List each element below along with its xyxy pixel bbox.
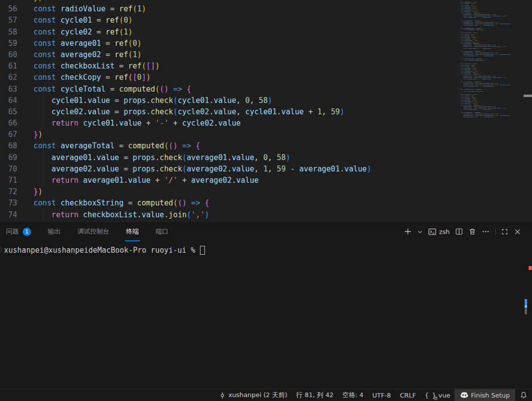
notifications-bell[interactable] (515, 389, 532, 401)
tab-terminal[interactable]: 终端 (125, 222, 140, 241)
close-icon (514, 228, 521, 235)
line-number: 56 (0, 3, 17, 15)
terminal-instance-item[interactable]: zsh (428, 228, 450, 236)
code-line[interactable]: 73const checkboxString = computed(() => … (0, 198, 532, 209)
plus-icon (404, 228, 412, 235)
code-line[interactable]: 71 return average01.value + '/' + averag… (0, 175, 532, 186)
line-number: 74 (0, 209, 17, 221)
line-number: 64 (0, 95, 17, 106)
indent-guide (43, 95, 43, 106)
code-line[interactable]: 66 return cycle01.value + '-' + cycle02.… (0, 118, 532, 129)
shell-name: zsh (439, 228, 450, 235)
line-number: 68 (0, 140, 17, 152)
line-number: 62 (0, 72, 17, 83)
code-lines[interactable]: 55})56const radioValue = ref(1)57const c… (0, 0, 532, 221)
cursor-position-label: 行 81, 列 42 (296, 391, 333, 400)
terminal-icon (428, 228, 436, 236)
code-line[interactable]: 68const averageTotal = computed(() => { (0, 140, 532, 152)
code-line[interactable]: 55}) (0, 0, 532, 3)
indentation-item[interactable]: 空格: 4 (338, 389, 368, 401)
minimap[interactable]: })const radioValue = ref(1)const cycle01… (461, 0, 527, 118)
encoding-item[interactable]: UTF-8 (368, 389, 396, 401)
tab-problems[interactable]: 问题 1 (5, 222, 32, 241)
code-line[interactable]: 59const average01 = ref(0) (0, 38, 532, 49)
language-mode-item[interactable]: { } vue (421, 389, 455, 401)
line-number: 70 (0, 164, 17, 175)
line-number: 63 (0, 84, 17, 95)
code-line[interactable]: 58const cycle02 = ref(1) (0, 27, 532, 38)
tab-ports-label: 端口 (156, 227, 168, 236)
git-blame-label: xushanpei (2 天前) (229, 391, 288, 400)
git-blame-item[interactable]: xushanpei (2 天前) (214, 389, 292, 401)
encoding-label: UTF-8 (372, 392, 391, 399)
line-number: 69 (0, 152, 17, 164)
terminal-cursor (200, 246, 205, 255)
indent-guide (43, 106, 43, 118)
tab-problems-label: 问题 (6, 227, 19, 236)
line-number: 60 (0, 49, 17, 61)
maximize-panel-button[interactable] (501, 228, 508, 235)
tab-terminal-label: 终端 (126, 227, 139, 236)
code-line[interactable]: 64 cycle01.value = props.check(cycle01.v… (0, 95, 532, 106)
finish-setup-item[interactable]: Finish Setup (455, 389, 515, 401)
panel-actions: zsh (404, 228, 532, 236)
code-line[interactable]: 72}) (0, 186, 532, 198)
braces-icon: { } (425, 392, 436, 399)
tab-ports[interactable]: 端口 (155, 222, 169, 241)
ellipsis-icon (482, 228, 490, 235)
bottom-panel: 问题 1 输出 调试控制台 终端 端口 (0, 221, 532, 389)
language-status-badge (434, 397, 437, 400)
code-line[interactable]: 57const cycle01 = ref(0) (0, 15, 532, 26)
terminal-prompt: xushanpei@xushanpeideMacBook-Pro ruoyi-u… (4, 245, 200, 255)
code-line[interactable]: 61const checkboxList = ref([]) (0, 61, 532, 72)
terminal-view[interactable]: xushanpei@xushanpeideMacBook-Pro ruoyi-u… (0, 241, 532, 388)
terminal-scrollbar-command-marker[interactable] (525, 299, 527, 305)
trash-icon (468, 228, 476, 235)
line-number: 71 (0, 175, 17, 186)
new-terminal-button[interactable] (404, 228, 412, 235)
tab-debug-console[interactable]: 调试控制台 (76, 222, 110, 241)
code-line[interactable]: 74 return checkboxList.value.join(',') (0, 209, 532, 221)
git-commit-icon (219, 392, 226, 399)
tab-output-label: 输出 (48, 227, 61, 236)
terminal-scrollbar-command-marker-2[interactable] (525, 305, 527, 308)
code-line[interactable]: 56const radioValue = ref(1) (0, 3, 532, 15)
overview-ruler-marker (524, 95, 532, 97)
line-number: 61 (0, 61, 17, 72)
line-number: 66 (0, 118, 17, 129)
cursor-position-item[interactable]: 行 81, 列 42 (292, 389, 338, 401)
panel-more-actions-button[interactable] (482, 228, 490, 235)
indent-guide (43, 164, 43, 175)
status-bar-right: xushanpei (2 天前) 行 81, 列 42 空格: 4 UTF-8 … (214, 389, 532, 401)
terminal-profile-dropdown[interactable] (417, 229, 423, 234)
status-bar: xushanpei (2 天前) 行 81, 列 42 空格: 4 UTF-8 … (0, 389, 532, 401)
tab-debug-console-label: 调试控制台 (77, 227, 109, 236)
code-line[interactable]: 67}) (0, 129, 532, 140)
panel-header: 问题 1 输出 调试控制台 终端 端口 (0, 222, 532, 241)
code-line[interactable]: 63const cycleTotal = computed(() => { (0, 84, 532, 95)
code-editor[interactable]: 55})56const radioValue = ref(1)57const c… (0, 0, 532, 221)
tab-output[interactable]: 输出 (47, 222, 62, 241)
eol-item[interactable]: CRLF (396, 389, 421, 401)
indentation-label: 空格: 4 (342, 391, 364, 400)
kill-terminal-button[interactable] (468, 228, 476, 235)
copilot-icon (460, 391, 468, 400)
line-number: 67 (0, 129, 17, 140)
split-terminal-button[interactable] (455, 228, 463, 235)
language-mode-label: vue (438, 392, 450, 399)
code-line[interactable]: 60const average02 = ref(1) (0, 49, 532, 61)
line-number: 58 (0, 27, 17, 38)
terminal-scrollbar-thumb[interactable] (525, 308, 527, 314)
code-line[interactable]: 65 cycle02.value = props.check(cycle02.v… (0, 106, 532, 118)
code-line[interactable]: 62const checkCopy = ref([0]) (0, 72, 532, 83)
indent-guide (43, 152, 43, 164)
code-line[interactable]: 70 average02.value = props.check(average… (0, 164, 532, 175)
close-panel-button[interactable] (514, 228, 521, 235)
line-number: 73 (0, 198, 17, 209)
eol-label: CRLF (400, 392, 416, 399)
maximize-icon (501, 228, 508, 235)
indent-guide (43, 175, 43, 186)
line-number: 72 (0, 186, 17, 198)
line-number: 59 (0, 38, 17, 49)
code-line[interactable]: 69 average01.value = props.check(average… (0, 152, 532, 164)
